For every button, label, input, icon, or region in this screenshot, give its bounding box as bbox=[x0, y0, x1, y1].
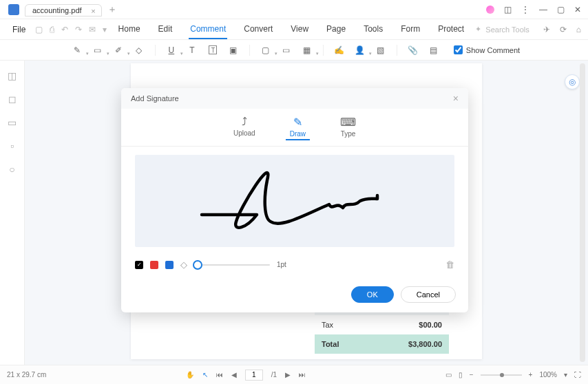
menu-form[interactable]: Form bbox=[399, 20, 421, 39]
search-tools[interactable]: ✦ Search Tools bbox=[475, 25, 529, 34]
zoom-out-icon[interactable]: − bbox=[470, 371, 474, 378]
color-blue[interactable] bbox=[165, 261, 174, 269]
fit-width-icon[interactable]: ▭ bbox=[445, 371, 452, 378]
attachment-tool[interactable]: 📎 bbox=[404, 43, 422, 58]
area-highlight-tool[interactable]: ▣ bbox=[224, 43, 242, 58]
menu-tools[interactable]: Tools bbox=[362, 20, 384, 39]
add-tab-button[interactable]: ＋ bbox=[107, 3, 117, 16]
add-user-tool[interactable]: 👤 bbox=[351, 43, 369, 58]
fullscreen-icon[interactable]: ⛶ bbox=[574, 371, 581, 378]
save-icon[interactable]: ▢ bbox=[35, 25, 43, 34]
thickness-slider[interactable] bbox=[194, 264, 270, 266]
cloud-icon[interactable]: ⟳ bbox=[560, 25, 567, 34]
maximize-icon[interactable]: ▢ bbox=[557, 5, 565, 14]
menu-comment[interactable]: Comment bbox=[189, 20, 227, 39]
signature-tab-draw[interactable]: ✎ Draw bbox=[286, 114, 310, 140]
comments-panel-tool[interactable]: ▤ bbox=[425, 43, 443, 58]
clear-signature-icon[interactable]: 🗑 bbox=[445, 259, 454, 270]
home-icon[interactable]: ⌂ bbox=[576, 25, 581, 34]
file-menu[interactable]: File bbox=[7, 22, 31, 37]
upload-icon: ⤴ bbox=[242, 116, 247, 128]
menubar-right-icons: ✈ ⟳ ⌂ bbox=[543, 25, 581, 34]
scrollbar[interactable] bbox=[580, 63, 585, 362]
page-total: /1 bbox=[271, 371, 277, 378]
undo-icon[interactable]: ↶ bbox=[61, 25, 68, 34]
signature-tabs: ⤴ Upload ✎ Draw ⌨ Type bbox=[121, 109, 468, 147]
ok-button[interactable]: OK bbox=[351, 286, 394, 303]
menu-convert[interactable]: Convert bbox=[242, 20, 274, 39]
highlight-tool[interactable]: ▭ bbox=[89, 43, 107, 58]
zoom-dropdown-icon[interactable]: ▾ bbox=[564, 371, 567, 378]
zoom-in-icon[interactable]: + bbox=[529, 371, 533, 378]
invoice-row-tax: Tax $00.00 bbox=[315, 315, 449, 334]
separator bbox=[249, 45, 250, 56]
pencil-tool[interactable]: ✐ bbox=[109, 43, 127, 58]
measure-tool[interactable]: ▧ bbox=[372, 43, 390, 58]
tab-label: Upload bbox=[233, 129, 255, 137]
show-comment-label: Show Comment bbox=[466, 46, 520, 54]
color-black[interactable]: ✓ bbox=[135, 261, 143, 269]
modal-footer: OK Cancel bbox=[121, 279, 468, 312]
select-tool-icon[interactable]: ↖ bbox=[202, 371, 208, 378]
signature-canvas[interactable] bbox=[135, 155, 454, 247]
tab-close-icon[interactable]: × bbox=[91, 7, 95, 15]
cancel-button[interactable]: Cancel bbox=[401, 286, 456, 303]
show-comment-checkbox[interactable] bbox=[454, 45, 463, 54]
window-controls: ◫ ⋮ — ▢ ✕ bbox=[486, 5, 588, 14]
floating-assistant-icon[interactable]: ◎ bbox=[565, 74, 580, 89]
stamp-tool[interactable]: ▦ bbox=[298, 43, 316, 58]
underline-tool[interactable]: U bbox=[162, 43, 180, 58]
thickness-label: 1pt bbox=[277, 261, 286, 268]
eraser-tool[interactable]: ◇ bbox=[130, 43, 148, 58]
menu-edit[interactable]: Edit bbox=[157, 20, 174, 39]
signature-tool[interactable]: ✍ bbox=[330, 43, 348, 58]
callout-tool[interactable]: ▭ bbox=[277, 43, 295, 58]
hand-tool-icon[interactable]: ✋ bbox=[186, 371, 194, 378]
document-tab[interactable]: accounting.pdf × bbox=[25, 4, 102, 17]
fit-page-icon[interactable]: ▯ bbox=[459, 371, 463, 378]
user-avatar-icon[interactable] bbox=[486, 6, 494, 14]
search-panel-icon[interactable]: ○ bbox=[9, 164, 14, 175]
thumbnails-icon[interactable]: ◫ bbox=[8, 70, 17, 81]
prev-page-icon[interactable]: ◀ bbox=[231, 371, 237, 378]
menu-bar: File ▢ ⎙ ↶ ↷ ✉ ▾ Home Edit Comment Conve… bbox=[0, 19, 588, 40]
signature-tab-type[interactable]: ⌨ Type bbox=[336, 114, 360, 140]
modal-header: Add Signature × bbox=[121, 88, 468, 109]
page-navigation: ✋ ↖ ⏮ ◀ /1 ▶ ⏭ bbox=[186, 370, 306, 381]
quick-access-bar: ▢ ⎙ ↶ ↷ ✉ ▾ bbox=[35, 25, 107, 34]
eraser-button[interactable]: ◇ bbox=[180, 259, 187, 270]
menu-page[interactable]: Page bbox=[325, 20, 347, 39]
menu-home[interactable]: Home bbox=[117, 20, 142, 39]
last-page-icon[interactable]: ⏭ bbox=[299, 371, 306, 378]
close-window-icon[interactable]: ✕ bbox=[574, 5, 581, 14]
first-page-icon[interactable]: ⏮ bbox=[216, 371, 223, 378]
modal-close-icon[interactable]: × bbox=[453, 93, 459, 104]
menu-dots-icon[interactable]: ⋮ bbox=[521, 5, 529, 14]
mail-icon[interactable]: ✉ bbox=[89, 25, 96, 34]
invoice-row-total: Total $3,800.00 bbox=[315, 334, 449, 354]
page-number-input[interactable] bbox=[245, 370, 263, 381]
menu-protect[interactable]: Protect bbox=[437, 20, 465, 39]
attachment-list-icon[interactable]: ▫ bbox=[10, 140, 14, 151]
textbox-tool[interactable]: 🅃 bbox=[204, 43, 222, 58]
menu-view[interactable]: View bbox=[289, 20, 310, 39]
comment-list-icon[interactable]: ▭ bbox=[8, 117, 17, 128]
redo-icon[interactable]: ↷ bbox=[75, 25, 82, 34]
zoom-value[interactable]: 100% bbox=[539, 371, 557, 378]
print-icon[interactable]: ⎙ bbox=[50, 25, 54, 34]
signature-tab-upload[interactable]: ⤴ Upload bbox=[229, 114, 260, 140]
note-tool[interactable]: ✎ bbox=[68, 43, 86, 58]
color-red[interactable] bbox=[150, 261, 158, 269]
shape-tool[interactable]: ▢ bbox=[257, 43, 275, 58]
quick-dropdown-icon[interactable]: ▾ bbox=[103, 25, 107, 34]
text-tool[interactable]: T bbox=[183, 43, 201, 58]
search-placeholder: Search Tools bbox=[485, 25, 529, 34]
bookmark-icon[interactable]: ◻ bbox=[8, 94, 17, 105]
zoom-slider[interactable] bbox=[481, 374, 522, 376]
show-comment-toggle[interactable]: Show Comment bbox=[454, 45, 520, 54]
next-page-icon[interactable]: ▶ bbox=[285, 371, 291, 378]
notification-icon[interactable]: ◫ bbox=[504, 5, 512, 14]
send-icon[interactable]: ✈ bbox=[543, 25, 550, 34]
minimize-icon[interactable]: — bbox=[539, 5, 547, 14]
separator bbox=[397, 45, 397, 56]
